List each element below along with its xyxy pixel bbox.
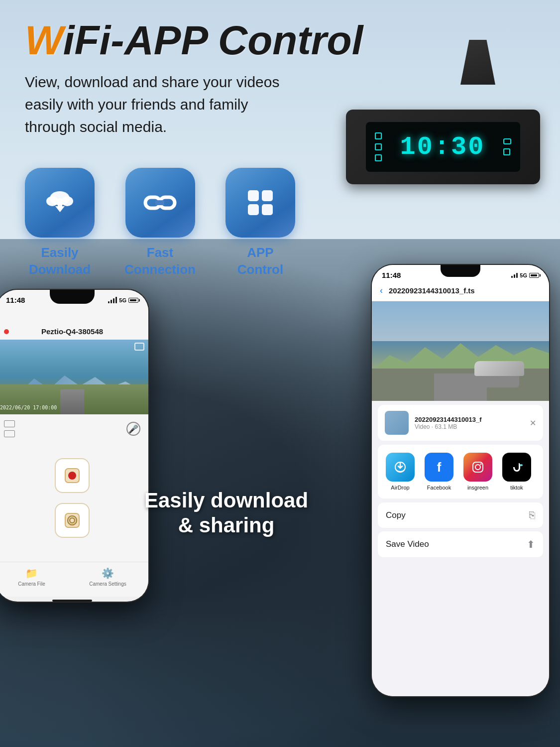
record-button[interactable] [55, 458, 90, 493]
share-file-name: 20220923144310013_f [415, 416, 524, 423]
left-phone-notch [50, 290, 95, 304]
r-bar-2 [514, 274, 515, 278]
svg-rect-9 [262, 190, 273, 201]
svg-marker-4 [55, 206, 65, 212]
right-network: 5G [520, 272, 527, 278]
right-video-preview [372, 301, 549, 401]
back-arrow-icon[interactable]: ‹ [380, 285, 383, 296]
svg-rect-11 [262, 204, 273, 215]
right-filename: 20220923144310013_f.ts [389, 286, 475, 295]
left-status-time: 11:48 [6, 296, 25, 304]
right-video-car [474, 361, 524, 386]
overlay-text: Easily download & sharing [144, 488, 308, 538]
app-name-label: Peztio-Q4-380548 [41, 327, 103, 336]
right-status-time: 11:48 [382, 271, 401, 279]
dashcam-time: 10:30 [400, 132, 485, 162]
svg-point-2 [61, 196, 73, 206]
copy-icon: ⎘ [529, 509, 535, 521]
screen-right-icons [503, 138, 511, 155]
tiktok-icon [502, 453, 531, 482]
screen-icon-4 [503, 148, 510, 155]
share-file-info: 20220923144310013_f Video · 63.1 MB [415, 416, 524, 430]
back-dot[interactable] [4, 329, 9, 334]
instagram-label: insgreen [467, 485, 488, 491]
network-label: 5G [119, 297, 126, 303]
home-indicator [52, 600, 92, 602]
left-controls-bar: 🎤 [0, 414, 148, 443]
facebook-icon: f [425, 453, 453, 482]
screenshot-icon [134, 343, 144, 351]
left-status-right: 5G [108, 297, 138, 303]
connection-icon-box [125, 168, 195, 238]
save-icon: ⬆ [527, 538, 535, 550]
dashcam-mount [460, 40, 495, 85]
left-app-topbar: Peztio-Q4-380548 [0, 307, 148, 340]
camera-file-icon: 📁 [25, 567, 38, 579]
right-battery [529, 273, 539, 278]
share-app-airdrop[interactable]: AirDrop [386, 453, 415, 491]
signal-bar-2 [111, 300, 112, 303]
download-icon-box [25, 168, 95, 238]
signal-bar-1 [108, 301, 110, 303]
right-phone-screen: 11:48 5G ‹ 20220923144310013_f.ts [372, 265, 549, 696]
svg-point-20 [480, 464, 482, 465]
copy-label: Copy [386, 510, 406, 520]
phone-right: 11:48 5G ‹ 20220923144310013_f.ts [371, 264, 550, 697]
copy-action[interactable]: Copy ⎘ [378, 502, 543, 528]
right-status-right: 5G [511, 272, 539, 278]
r-bar-1 [511, 276, 513, 278]
r-bar-3 [516, 273, 518, 278]
dashcam-device: 10:30 [336, 40, 545, 189]
left-mini-icons [4, 420, 15, 437]
save-video-action[interactable]: Save Video ⬆ [378, 531, 543, 558]
control-icon [242, 184, 279, 222]
right-video-sky [372, 301, 549, 341]
screen-left-icons [375, 132, 382, 161]
control-icon-box [225, 168, 295, 238]
signal-bar-3 [113, 298, 114, 303]
right-topbar: ‹ 20220923144310013_f.ts [372, 282, 549, 301]
dashcam-screen: 10:30 [366, 122, 520, 172]
svg-point-21 [520, 464, 523, 466]
instagram-icon [463, 453, 492, 482]
share-app-instagram[interactable]: insgreen [463, 453, 492, 491]
video-timestamp: 2022/06/20 17:00:00 [0, 405, 57, 410]
share-thumb [385, 411, 409, 435]
video-road [60, 389, 85, 414]
close-icon[interactable]: ✕ [530, 418, 536, 428]
settings-label: Camera Settings [89, 581, 126, 587]
svg-rect-10 [248, 204, 259, 215]
signal-bars [108, 297, 117, 303]
mini-icon-1 [4, 420, 15, 427]
overlay-heading: Easily download & sharing [144, 488, 308, 538]
share-sheet: 20220923144310013_f Video · 63.1 MB ✕ Ai… [372, 401, 549, 696]
right-signal [511, 273, 518, 278]
nav-settings[interactable]: ⚙️ Camera Settings [89, 567, 126, 587]
battery-icon [128, 298, 138, 303]
svg-rect-7 [155, 200, 164, 205]
screen-wifi-icon [503, 138, 511, 144]
screen-icon-2 [375, 143, 382, 150]
download-icon [41, 184, 79, 222]
right-notch [441, 265, 480, 277]
feature-download: EasilyDownload [25, 168, 95, 278]
facebook-label: Facebook [427, 485, 451, 491]
screen-icon-1 [375, 132, 382, 139]
share-app-facebook[interactable]: f Facebook [425, 453, 453, 491]
mic-icon[interactable]: 🎤 [126, 422, 140, 436]
share-file-meta: Video · 63.1 MB [415, 423, 524, 430]
mini-icon-2 [4, 430, 15, 437]
subtitle-text: View, download and share your videos eas… [25, 71, 284, 138]
phones-section: 11:48 5G Peztio-Q4- [0, 264, 560, 747]
feature-connection: FastConnection [124, 168, 196, 278]
nav-camera-file[interactable]: 📁 Camera File [18, 567, 45, 587]
share-file-item: 20220923144310013_f Video · 63.1 MB ✕ [378, 405, 543, 441]
camera-file-label: Camera File [18, 581, 45, 587]
svg-point-1 [46, 196, 58, 206]
camera-button[interactable] [55, 503, 90, 538]
svg-point-19 [475, 465, 480, 470]
dashcam-body: 10:30 [346, 110, 540, 184]
share-app-tiktok[interactable]: tiktok [502, 453, 531, 491]
share-apps-row: AirDrop f Facebook [378, 445, 543, 498]
screen-icon-3 [375, 154, 382, 161]
